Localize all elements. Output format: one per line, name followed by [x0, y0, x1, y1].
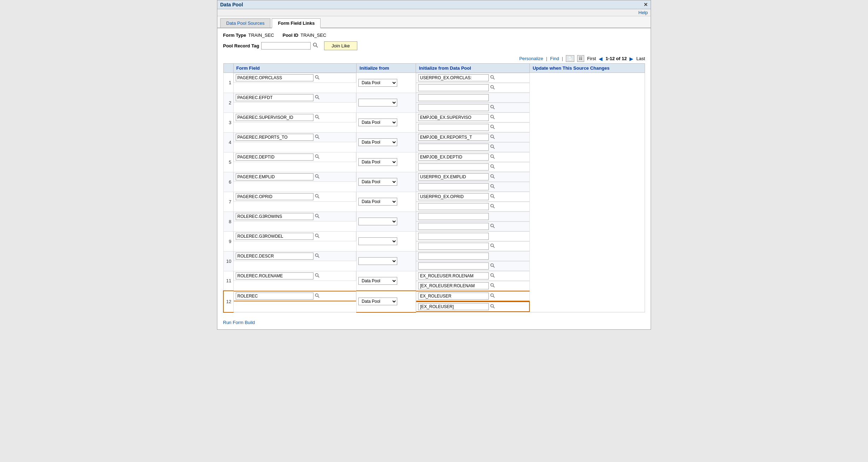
form-field-search-button[interactable]: [315, 233, 320, 239]
initialize-from-select[interactable]: Data Pool: [358, 158, 397, 166]
update-when-input[interactable]: [418, 203, 489, 210]
form-field-input[interactable]: [236, 74, 313, 81]
update-when-input[interactable]: [418, 303, 489, 310]
update-when-search-button[interactable]: [490, 184, 495, 190]
init-pool-input[interactable]: [418, 213, 489, 220]
help-link[interactable]: Help: [638, 10, 648, 15]
init-pool-search-button[interactable]: [490, 174, 495, 180]
initialize-from-select[interactable]: Data Pool: [358, 298, 397, 305]
grid-icon-button[interactable]: ☷: [577, 55, 584, 62]
update-when-input[interactable]: [418, 183, 489, 190]
view-icon-button[interactable]: 📄: [566, 55, 574, 62]
form-field-search-button[interactable]: [315, 154, 320, 160]
update-when-input[interactable]: [418, 144, 489, 151]
form-field-search-button[interactable]: [315, 115, 320, 121]
initialize-from-select[interactable]: Data Pool: [358, 138, 397, 146]
prev-nav-button[interactable]: ◀: [599, 56, 603, 62]
form-field-input[interactable]: [236, 154, 313, 161]
init-pool-search-button[interactable]: [490, 293, 495, 299]
join-like-button[interactable]: Join Like: [324, 41, 357, 50]
initialize-from-select[interactable]: Data Pool: [358, 257, 397, 265]
update-when-search-button[interactable]: [490, 204, 495, 210]
update-when-input[interactable]: [418, 282, 489, 289]
init-pool-input[interactable]: [418, 154, 489, 161]
init-pool-search-button[interactable]: [490, 194, 495, 200]
form-field-search-button[interactable]: [315, 214, 320, 220]
update-when-search-button[interactable]: [490, 144, 495, 150]
update-when-input[interactable]: [418, 104, 489, 111]
init-pool-input[interactable]: [418, 134, 489, 141]
init-pool-input[interactable]: [418, 193, 489, 200]
form-field-search-button[interactable]: [315, 273, 320, 279]
form-field-search-button[interactable]: [315, 253, 320, 259]
close-button[interactable]: ✕: [644, 2, 648, 7]
update-when-input[interactable]: [418, 262, 489, 270]
form-field-search-button[interactable]: [315, 174, 320, 180]
update-when-search-button[interactable]: [490, 164, 495, 170]
form-field-input[interactable]: [236, 193, 313, 200]
find-link[interactable]: Find: [550, 56, 559, 61]
update-when-search-button[interactable]: [490, 224, 495, 230]
tab-form-field-links[interactable]: Form Field Links: [272, 18, 321, 28]
update-when-search-button[interactable]: [490, 125, 495, 131]
init-pool-input[interactable]: [418, 173, 489, 180]
col-update-when: Update when This Source Changes: [530, 64, 645, 73]
initialize-from-select[interactable]: Data Pool: [358, 218, 397, 225]
form-field-input[interactable]: [236, 272, 313, 279]
init-pool-input[interactable]: [418, 293, 489, 300]
init-pool-search-button[interactable]: [490, 75, 495, 81]
form-field-search-button[interactable]: [315, 194, 320, 200]
init-pool-search-button[interactable]: [490, 273, 495, 279]
init-pool-input[interactable]: [418, 114, 489, 121]
update-when-search-button[interactable]: [490, 85, 495, 91]
init-pool-input[interactable]: [418, 74, 489, 81]
form-field-input[interactable]: [236, 173, 313, 180]
form-field-input[interactable]: [236, 134, 313, 141]
form-field-cell: [234, 172, 357, 182]
update-when-input[interactable]: [418, 243, 489, 250]
update-when-search-button[interactable]: [490, 304, 495, 310]
pool-record-tag-input[interactable]: [261, 42, 311, 50]
update-when-search-button[interactable]: [490, 283, 495, 289]
pool-record-search-button[interactable]: [313, 42, 318, 49]
initialize-from-select[interactable]: Data Pool: [358, 119, 397, 126]
init-pool-search-button[interactable]: [490, 115, 495, 121]
init-pool-search-button[interactable]: [490, 134, 495, 140]
form-field-search-button[interactable]: [315, 95, 320, 101]
update-when-search-button[interactable]: [490, 105, 495, 111]
init-pool-input[interactable]: [418, 272, 489, 279]
form-field-input[interactable]: [236, 233, 313, 240]
svg-line-23: [493, 147, 495, 149]
update-when-input[interactable]: [418, 163, 489, 171]
update-when-search-button[interactable]: [490, 243, 495, 249]
svg-line-3: [318, 78, 319, 79]
init-pool-input[interactable]: [418, 94, 489, 101]
tab-data-pool-sources[interactable]: Data Pool Sources: [220, 18, 270, 28]
initialize-from-select[interactable]: Data Pool: [358, 79, 397, 87]
form-field-search-button[interactable]: [315, 75, 320, 81]
init-pool-search-button[interactable]: [490, 154, 495, 160]
initialize-from-select[interactable]: Data Pool: [358, 178, 397, 186]
init-pool-input[interactable]: [418, 233, 489, 240]
initialize-from-select[interactable]: Data Pool: [358, 99, 397, 106]
initialize-from-select[interactable]: Data Pool: [358, 277, 397, 285]
form-field-search-button[interactable]: [315, 134, 320, 140]
form-field-input[interactable]: [236, 114, 313, 121]
update-when-input[interactable]: [418, 124, 489, 131]
form-field-input[interactable]: [236, 94, 313, 101]
form-field-input[interactable]: [236, 253, 313, 260]
update-when-input[interactable]: [418, 84, 489, 91]
initialize-from-select[interactable]: Data Pool: [358, 198, 397, 206]
svg-line-17: [493, 127, 495, 129]
init-pool-input[interactable]: [418, 253, 489, 260]
update-when-search-button[interactable]: [490, 263, 495, 269]
run-form-build-link[interactable]: Run Form Build: [223, 320, 255, 325]
personalize-link[interactable]: Personalize: [519, 56, 543, 61]
form-field-input[interactable]: [236, 293, 313, 300]
form-field-input[interactable]: [236, 213, 313, 220]
form-type-value: TRAIN_SEC: [248, 33, 274, 38]
next-nav-button[interactable]: ▶: [629, 56, 633, 62]
form-field-search-button[interactable]: [315, 293, 320, 299]
initialize-from-select[interactable]: Data Pool: [358, 237, 397, 245]
update-when-input[interactable]: [418, 223, 489, 230]
